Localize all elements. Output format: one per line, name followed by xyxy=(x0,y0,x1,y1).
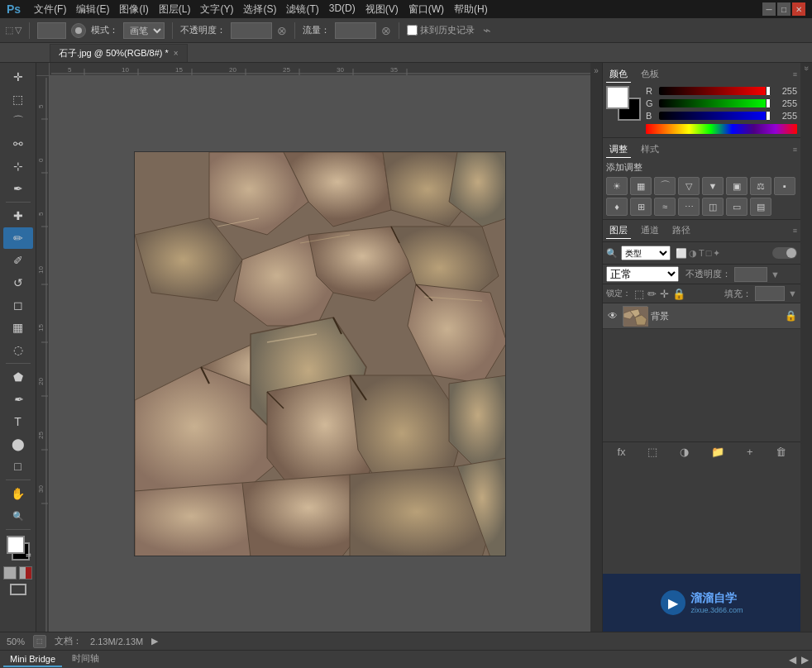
timeline-tab[interactable]: 时间轴 xyxy=(65,651,106,668)
g-thumb[interactable] xyxy=(766,98,771,108)
dodge-tool[interactable]: ⬟ xyxy=(3,366,33,388)
tab-color[interactable]: 颜色 xyxy=(606,66,631,83)
menu-help[interactable]: 帮助(H) xyxy=(449,2,493,17)
layers-panel-menu[interactable]: ≡ xyxy=(793,227,797,235)
tab-layers[interactable]: 图层 xyxy=(606,222,631,239)
adj-brightness[interactable]: ☀ xyxy=(606,177,628,195)
adj-colorlookup[interactable]: ≈ xyxy=(654,198,676,216)
lock-position[interactable]: ✛ xyxy=(660,288,669,300)
healing-tool[interactable]: ✚ xyxy=(3,205,33,227)
flow-input[interactable]: 100% xyxy=(335,22,376,39)
lock-transparency[interactable]: ⬚ xyxy=(634,288,644,300)
lasso-tool[interactable]: ⌒ xyxy=(3,111,33,132)
close-button[interactable]: ✕ xyxy=(792,2,805,16)
adj-channelmixer[interactable]: ⊞ xyxy=(630,198,652,216)
menu-image[interactable]: 图像(I) xyxy=(114,2,153,17)
r-slider[interactable] xyxy=(659,87,771,95)
gradient-tool[interactable]: ▦ xyxy=(3,317,33,338)
tab-channels[interactable]: 通道 xyxy=(638,222,662,239)
tab-adjustments[interactable]: 调整 xyxy=(606,141,631,158)
bottom-tab-icon-right[interactable]: ▶ xyxy=(801,654,809,666)
adj-gradient-map[interactable]: ▤ xyxy=(750,198,771,216)
hand-tool[interactable]: ✋ xyxy=(3,483,33,504)
zoom-preview[interactable]: ⬚ xyxy=(33,635,46,648)
clone-tool[interactable]: ✐ xyxy=(3,250,33,271)
move-tool[interactable]: ✛ xyxy=(3,66,33,88)
mini-bridge-tab[interactable]: Mini Bridge xyxy=(3,652,62,667)
b-slider[interactable] xyxy=(659,112,771,120)
filter-adj[interactable]: ◑ xyxy=(689,248,697,259)
adj-colorbalance[interactable]: ⚖ xyxy=(750,177,771,195)
crop-tool[interactable]: ⊹ xyxy=(3,155,33,177)
canvas-content[interactable] xyxy=(50,76,590,632)
quick-mask-icon[interactable] xyxy=(19,566,32,580)
tab-paths[interactable]: 路径 xyxy=(669,222,694,239)
history-brush-tool[interactable]: ↺ xyxy=(3,272,33,293)
normal-mode-icon[interactable] xyxy=(3,566,17,580)
maximize-button[interactable]: □ xyxy=(777,2,791,16)
adj-bw[interactable]: ▪ xyxy=(774,177,795,195)
collapse-arrow[interactable]: » xyxy=(594,66,599,75)
layer-group-button[interactable]: 📁 xyxy=(711,446,724,458)
foreground-color-swatch[interactable] xyxy=(606,86,629,109)
document-tab[interactable]: 石子.jpg @ 50%(RGB/8#) * × xyxy=(50,44,188,62)
adj-threshold[interactable]: ▭ xyxy=(726,198,748,216)
menu-layer[interactable]: 图层(L) xyxy=(154,2,196,17)
adj-invert[interactable]: ⋯ xyxy=(678,198,700,216)
mode-select[interactable]: 画笔 xyxy=(123,22,165,39)
color-panel-menu[interactable]: ≡ xyxy=(793,70,797,79)
blend-mode-select[interactable]: 正常 xyxy=(606,266,679,282)
layer-type-select[interactable]: 类型 xyxy=(621,246,671,260)
opacity-icon[interactable]: ⊗ xyxy=(277,24,287,37)
menu-edit[interactable]: 编辑(E) xyxy=(71,2,114,17)
layer-delete-button[interactable]: 🗑 xyxy=(776,446,786,458)
opacity-arrow[interactable]: ▼ xyxy=(771,270,780,279)
layer-filter-toggle[interactable] xyxy=(772,247,797,259)
tab-styles[interactable]: 样式 xyxy=(638,141,662,158)
eyedropper-tool[interactable]: ✒ xyxy=(3,178,33,199)
filter-pixel[interactable]: ⬜ xyxy=(676,248,687,259)
g-slider[interactable] xyxy=(659,99,771,107)
airbrush-icon[interactable]: ⌁ xyxy=(483,22,491,38)
r-thumb[interactable] xyxy=(766,86,771,96)
shape-tool[interactable]: □ xyxy=(3,456,33,477)
adj-photofilter[interactable]: ♦ xyxy=(606,198,628,216)
status-arrow[interactable]: ▶ xyxy=(151,636,158,647)
brush-tool[interactable]: ✏ xyxy=(3,227,33,249)
filter-shape[interactable]: □ xyxy=(706,248,712,259)
minimize-button[interactable]: ─ xyxy=(762,2,776,16)
image-canvas[interactable] xyxy=(134,151,506,556)
foreground-color[interactable] xyxy=(7,536,25,554)
adj-exposure[interactable]: ▽ xyxy=(678,177,700,195)
opacity-input[interactable]: 100% xyxy=(231,22,272,39)
path-select-tool[interactable]: ⬤ xyxy=(3,433,33,455)
menu-view[interactable]: 视图(V) xyxy=(361,2,404,17)
adj-levels[interactable]: ▦ xyxy=(630,177,652,195)
layer-visibility-toggle[interactable]: 👁 xyxy=(606,309,619,322)
blur-tool[interactable]: ◌ xyxy=(3,339,33,360)
adj-curves[interactable]: ⌒ xyxy=(654,177,676,195)
filter-smart[interactable]: ✦ xyxy=(713,248,720,259)
fill-arrow[interactable]: ▼ xyxy=(788,289,797,298)
menu-type[interactable]: 文字(Y) xyxy=(195,2,238,17)
filter-text[interactable]: T xyxy=(699,248,705,259)
lock-pixels[interactable]: ✏ xyxy=(647,288,657,300)
layer-background[interactable]: 👁 背景 🔒 xyxy=(603,303,800,329)
color-swatches[interactable]: ⇄ xyxy=(3,534,33,562)
b-thumb[interactable] xyxy=(766,111,771,121)
adj-vibrance[interactable]: ▼ xyxy=(702,177,724,195)
tab-close[interactable]: × xyxy=(174,49,179,58)
bottom-tab-icon-left[interactable]: ◀ xyxy=(789,654,796,666)
adj-hsl[interactable]: ▣ xyxy=(726,177,748,195)
text-tool[interactable]: T xyxy=(3,411,33,432)
flow-icon[interactable]: ⊗ xyxy=(381,24,391,37)
menu-filter[interactable]: 滤镜(T) xyxy=(281,2,323,17)
adj-posterize[interactable]: ◫ xyxy=(702,198,724,216)
menu-file[interactable]: 文件(F) xyxy=(29,2,71,17)
layer-fx-button[interactable]: fx xyxy=(617,446,625,458)
swap-colors-icon[interactable]: ⇄ xyxy=(26,551,31,559)
menu-window[interactable]: 窗口(W) xyxy=(404,2,449,17)
menu-select[interactable]: 选择(S) xyxy=(238,2,281,17)
history-checkbox[interactable] xyxy=(407,25,418,36)
zoom-tool[interactable]: 🔍 xyxy=(3,505,33,527)
